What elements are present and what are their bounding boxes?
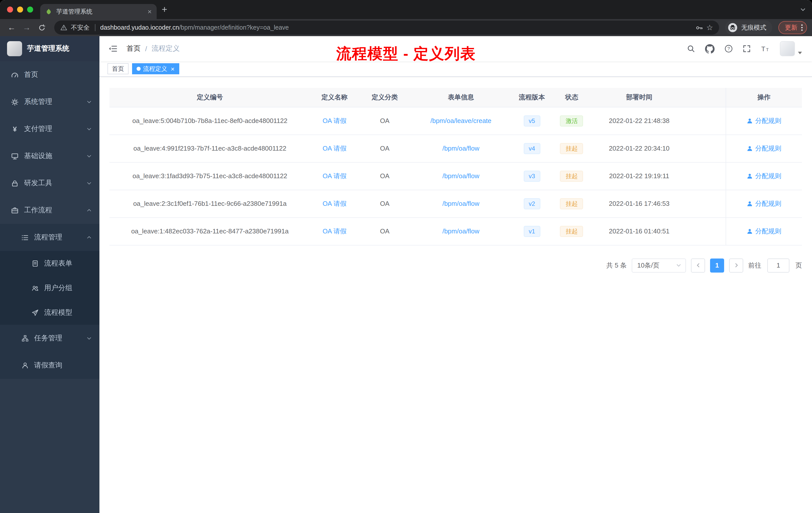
sidebar-item-user-group[interactable]: 用户分组 [0,276,99,300]
assign-rule-link[interactable]: 分配规则 [747,144,781,153]
font-size-icon[interactable]: TT [761,45,770,53]
sidebar-item-payment-management[interactable]: ¥ 支付管理 [0,116,99,143]
assign-rule-label: 分配规则 [755,172,781,180]
col-operation: 操作 [726,88,802,107]
search-icon[interactable] [687,45,695,53]
fullscreen-icon[interactable] [743,45,751,53]
back-button[interactable]: ← [5,21,18,34]
cell-filler [688,217,726,245]
sidebar-toggle-icon[interactable] [99,45,126,53]
address-bar[interactable]: 不安全 dashboard.yudao.iocoder.cn/bpm/manag… [54,21,719,35]
status-badge: 激活 [560,115,583,126]
bookmark-star-icon[interactable]: ☆ [706,23,713,32]
status-badge: 挂起 [560,143,583,154]
assign-rule-link[interactable]: 分配规则 [747,227,781,236]
prev-page-button[interactable] [691,258,705,272]
next-page-button[interactable] [729,258,743,272]
sidebar-item-task-management[interactable]: 任务管理 [0,325,99,352]
form-link[interactable]: /bpm/oa/flow [442,228,479,235]
col-status: 状态 [553,88,591,107]
assign-rule-link[interactable]: 分配规则 [747,199,781,208]
sidebar-item-label: 任务管理 [34,334,62,343]
cell-form-info: /bpm/oa/flow [411,134,511,162]
key-icon[interactable] [695,24,703,31]
breadcrumb-current: 流程定义 [152,44,180,53]
browser-tab[interactable]: 芋道管理系统 × [40,4,157,19]
user-icon [21,362,29,369]
tag-process-definition[interactable]: 流程定义 × [132,63,179,74]
sidebar-item-workflow[interactable]: 工作流程 [0,197,99,224]
sidebar-item-system-management[interactable]: 系统管理 [0,88,99,116]
main-area: 首页 / 流程定义 ? TT 首页 [99,36,812,513]
new-tab-button[interactable]: + [162,0,167,19]
help-icon[interactable]: ? [725,45,733,53]
cell-version: v5 [511,107,553,134]
col-definition-id: 定义编号 [110,88,310,107]
form-link[interactable]: /bpm/oa/leave/create [430,117,491,124]
page-size-value: 10条/页 [637,261,659,270]
update-button[interactable]: 更新 [778,21,807,34]
tree-icon [21,335,29,342]
form-link[interactable]: /bpm/oa/flow [442,200,479,207]
cell-filler [688,134,726,162]
goto-page-input[interactable] [767,258,789,272]
briefcase-icon [11,207,19,214]
window-close-button[interactable] [7,6,13,12]
definition-name-link[interactable]: OA 请假 [323,172,347,179]
status-badge: 挂起 [560,198,583,209]
select-caret-icon [676,263,682,268]
user-icon [747,145,753,151]
user-icon [747,201,753,207]
assign-rule-link[interactable]: 分配规则 [747,116,781,125]
url-path: /bpm/manager/definition?key=oa_leave [179,24,289,31]
cell-operation: 分配规则 [726,134,802,162]
window-minimize-button[interactable] [17,6,23,12]
sidebar-item-process-management[interactable]: 流程管理 [0,224,99,251]
definition-name-link[interactable]: OA 请假 [323,144,347,152]
logo-avatar [7,41,22,56]
cell-definition-name: OA 请假 [310,162,359,190]
tag-close-icon[interactable]: × [171,65,174,72]
definition-name-link[interactable]: OA 请假 [323,200,347,207]
page-1-button[interactable]: 1 [710,258,724,272]
tag-home[interactable]: 首页 [108,63,128,74]
avatar-image [780,41,795,56]
app-logo[interactable]: 芋道管理系统 [0,36,99,61]
page-size-select[interactable]: 10条/页 [632,258,686,272]
assign-rule-link[interactable]: 分配规则 [747,172,781,180]
sidebar-item-label: 流程管理 [34,233,62,242]
github-icon[interactable] [705,44,715,54]
sidebar-item-infrastructure[interactable]: 基础设施 [0,143,99,170]
tab-close-icon[interactable]: × [148,7,152,16]
definition-name-link[interactable]: OA 请假 [323,227,347,235]
user-icon [747,228,753,234]
breadcrumb: 首页 / 流程定义 [126,44,180,53]
total-count: 共 5 条 [606,261,627,270]
sidebar-item-home[interactable]: 首页 [0,61,99,88]
document-icon [31,260,39,267]
form-link[interactable]: /bpm/oa/flow [442,145,479,152]
form-link[interactable]: /bpm/oa/flow [442,172,479,180]
reload-button[interactable] [35,21,48,34]
tab-search-chevron-icon[interactable] [800,6,806,12]
sidebar-item-label: 支付管理 [24,124,52,133]
window-zoom-button[interactable] [27,6,33,12]
sidebar-item-dev-tools[interactable]: 研发工具 [0,170,99,197]
app-title: 芋道管理系统 [27,44,69,53]
cell-definition-id: oa_leave:2:3c1f0ef1-76b1-11ec-9c66-a2380… [110,190,310,217]
sidebar-item-process-model[interactable]: 流程模型 [0,300,99,325]
user-avatar[interactable] [780,41,802,56]
menu-kebab-icon[interactable] [801,24,803,31]
cell-definition-name: OA 请假 [310,107,359,134]
cell-filler [688,190,726,217]
sidebar-item-process-form[interactable]: 流程表单 [0,251,99,276]
cell-category: OA [359,134,411,162]
forward-button[interactable]: → [20,21,33,34]
sidebar-item-leave-query[interactable]: 请假查询 [0,352,99,379]
incognito-badge: 无痕模式 [725,21,772,35]
cell-definition-id: oa_leave:4:991f2193-7b7f-11ec-a3c8-acde4… [110,134,310,162]
definition-name-link[interactable]: OA 请假 [323,117,347,124]
breadcrumb-home[interactable]: 首页 [126,44,141,53]
cell-version: v3 [511,162,553,190]
cell-definition-id: oa_leave:3:1fad3d93-7b75-11ec-a3c8-acde4… [110,162,310,190]
